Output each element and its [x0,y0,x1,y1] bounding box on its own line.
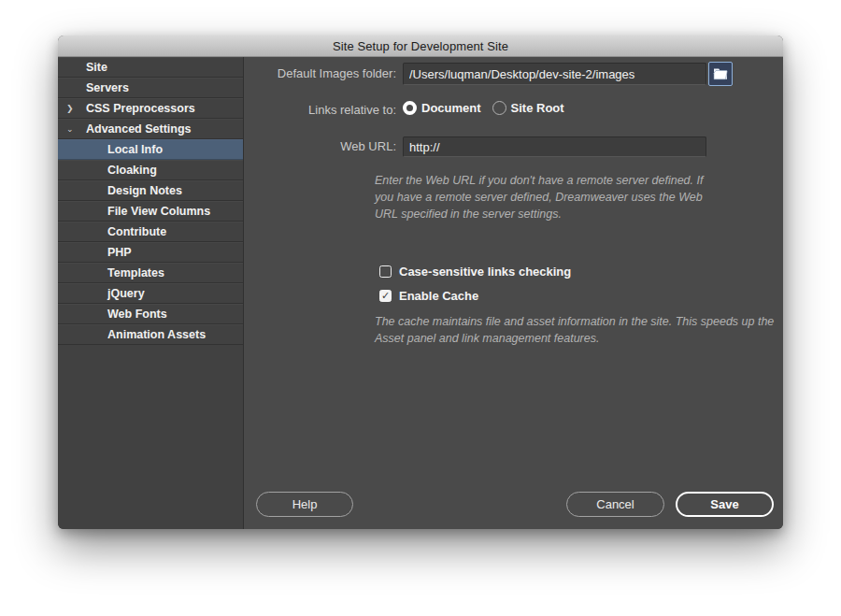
sidebar-item-contribute[interactable]: Contribute [58,222,243,242]
sidebar-item-label: Servers [86,81,129,94]
sidebar-item-label: PHP [107,246,132,259]
web-url-help-note: Enter the Web URL if you don't have a re… [375,173,706,222]
dialog-title: Site Setup for Development Site [333,39,508,53]
sidebar-item-servers[interactable]: Servers [58,78,243,98]
web-url-input[interactable] [403,136,706,157]
checkbox-checked-icon: ✓ [379,290,392,302]
site-setup-dialog: Site Setup for Development Site SiteServ… [58,36,783,529]
web-url-label: Web URL: [244,136,396,158]
save-button[interactable]: Save [676,492,774,517]
chevron-right-icon[interactable]: ❯ [66,99,81,118]
settings-category-sidebar: SiteServers❯CSS Preprocessors⌄Advanced S… [58,57,244,529]
help-button[interactable]: Help [256,492,353,517]
sidebar-item-label: jQuery [107,287,145,300]
cancel-button[interactable]: Cancel [566,492,664,517]
local-info-panel: Default Images folder: Links relative to… [244,57,783,529]
sidebar-item-label: Site [86,61,107,74]
sidebar-item-label: Design Notes [107,184,182,197]
sidebar-item-site[interactable]: Site [58,57,243,78]
sidebar-item-label: Local Info [107,143,163,156]
checkbox-unchecked-icon [379,265,392,278]
browse-folder-button[interactable] [708,62,733,86]
sidebar-item-label: Cloaking [107,164,157,177]
radio-option-site-root[interactable]: Site Root [492,101,564,115]
sidebar-item-design-notes[interactable]: Design Notes [58,180,243,201]
default-images-folder-label: Default Images folder: [244,63,396,85]
links-relative-radio-group: Document Site Root [403,101,564,115]
sidebar-item-web-fonts[interactable]: Web Fonts [58,304,243,324]
radio-document-label: Document [421,101,481,115]
default-images-folder-input[interactable] [403,63,706,85]
sidebar-item-advanced-settings[interactable]: ⌄Advanced Settings [58,119,243,139]
radio-site-root-icon [492,101,506,115]
sidebar-item-label: Advanced Settings [86,122,192,136]
sidebar-item-jquery[interactable]: jQuery [58,283,243,304]
sidebar-item-cloaking[interactable]: Cloaking [58,160,243,180]
folder-icon [713,67,728,80]
page-background: Site Setup for Development Site SiteServ… [0,0,841,616]
sidebar-item-local-info[interactable]: Local Info [58,139,243,160]
radio-site-root-label: Site Root [511,101,564,115]
sidebar-item-templates[interactable]: Templates [58,263,243,283]
sidebar-item-animation-assets[interactable]: Animation Assets [58,324,243,345]
sidebar-item-label: Templates [107,266,164,279]
checkbox-label: Case-sensitive links checking [399,265,571,279]
sidebar-item-label: Animation Assets [107,328,206,341]
checkbox-list: Case-sensitive links checking✓Enable Cac… [379,265,571,313]
sidebar-item-css-preprocessors[interactable]: ❯CSS Preprocessors [58,98,243,119]
sidebar-item-file-view-columns[interactable]: File View Columns [58,201,243,222]
checkbox-enable-cache[interactable]: ✓Enable Cache [379,289,571,303]
radio-document-icon [403,101,417,115]
links-relative-label: Links relative to: [244,99,396,122]
dialog-titlebar[interactable]: Site Setup for Development Site [58,36,783,57]
sidebar-item-label: Web Fonts [107,308,167,321]
checkbox-label: Enable Cache [399,289,478,303]
radio-option-document[interactable]: Document [403,101,481,115]
checkbox-case-sensitive-links-checking[interactable]: Case-sensitive links checking [379,265,571,279]
chevron-down-icon[interactable]: ⌄ [66,120,81,138]
cache-help-note: The cache maintains file and asset infor… [375,314,778,348]
sidebar-item-label: CSS Preprocessors [86,102,195,115]
sidebar-item-php[interactable]: PHP [58,242,243,263]
sidebar-item-label: Contribute [107,225,166,238]
sidebar-item-label: File View Columns [107,205,210,218]
